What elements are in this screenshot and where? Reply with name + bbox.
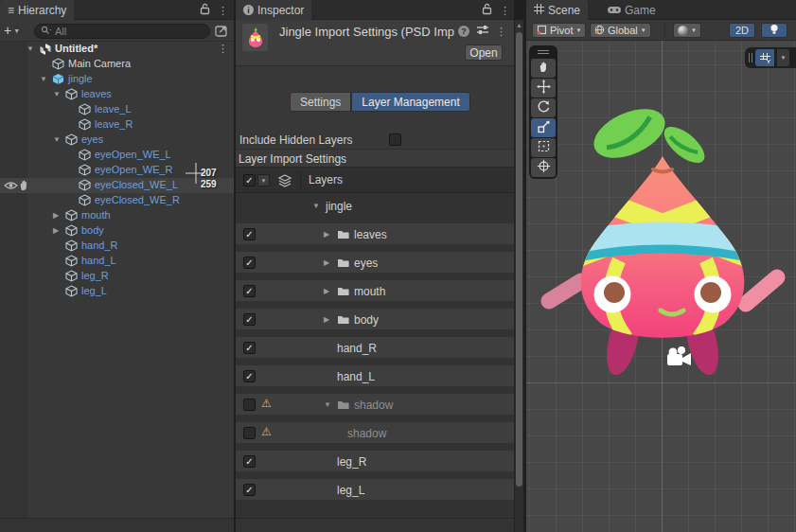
importer-mode-tabs: Settings Layer Management bbox=[290, 92, 470, 112]
hierarchy-row[interactable]: leg_R bbox=[0, 269, 234, 284]
foldout-arrow[interactable]: ▼ bbox=[53, 90, 61, 98]
tab-layer-management[interactable]: Layer Management bbox=[351, 92, 469, 112]
all-layers-checkbox[interactable]: ✓ bbox=[243, 174, 256, 186]
layer-row[interactable]: ✓▶body bbox=[236, 307, 514, 335]
layer-checkbox[interactable] bbox=[243, 399, 256, 411]
layer-row[interactable]: ⚠▼shadow bbox=[236, 392, 514, 420]
global-dropdown[interactable]: Global ▼ bbox=[590, 23, 651, 38]
layer-row[interactable]: ✓hand_R bbox=[236, 335, 514, 364]
layer-checkbox[interactable]: ✓ bbox=[243, 455, 256, 468]
scene-picking-icon[interactable] bbox=[214, 24, 230, 39]
open-button[interactable]: Open bbox=[465, 44, 503, 61]
layer-row[interactable]: ✓leg_L bbox=[236, 477, 514, 505]
pivot-dropdown[interactable]: Pivot ▼ bbox=[532, 23, 586, 38]
header-kebab-icon[interactable]: ⋮ bbox=[496, 25, 506, 38]
inspector-scrollbar[interactable]: ▲ bbox=[514, 20, 523, 532]
hierarchy-row[interactable]: leg_L bbox=[0, 284, 234, 299]
foldout-arrow[interactable]: ▼ bbox=[40, 75, 47, 83]
layer-checkbox[interactable]: ✓ bbox=[243, 313, 256, 326]
tab-settings[interactable]: Settings bbox=[290, 92, 351, 112]
layer-row[interactable]: ✓▶mouth bbox=[236, 278, 514, 307]
cube-icon bbox=[65, 239, 78, 255]
hierarchy-row[interactable]: eyeClosed_WE_L bbox=[0, 178, 234, 193]
layer-checkbox[interactable]: ✓ bbox=[243, 484, 256, 496]
hierarchy-row[interactable]: ▶body bbox=[0, 223, 234, 239]
grid-snap-button[interactable] bbox=[755, 49, 774, 66]
grid-snap-overlay: ▼ bbox=[745, 47, 796, 68]
layer-row[interactable]: ✓leg_R bbox=[236, 449, 514, 477]
layer-checkbox[interactable] bbox=[243, 427, 256, 439]
foldout-arrow[interactable]: ▶ bbox=[53, 211, 59, 220]
layer-checkbox[interactable]: ✓ bbox=[243, 370, 256, 382]
presets-icon[interactable] bbox=[477, 25, 488, 38]
layer-checkbox[interactable]: ✓ bbox=[243, 228, 256, 240]
hierarchy-row[interactable]: ▼leaves bbox=[0, 87, 234, 102]
hierarchy-row[interactable]: hand_L bbox=[0, 254, 234, 269]
camera-gizmo[interactable] bbox=[667, 346, 691, 365]
hierarchy-row[interactable]: ▼jingle bbox=[0, 72, 234, 87]
cube-icon bbox=[52, 58, 64, 73]
scroll-up-arrow[interactable]: ▲ bbox=[516, 22, 522, 28]
layer-checkbox[interactable]: ✓ bbox=[243, 285, 256, 297]
layer-row[interactable]: ▼jingle bbox=[236, 193, 514, 222]
layer-checkbox[interactable]: ✓ bbox=[243, 257, 256, 269]
layer-row[interactable]: ✓▶leaves bbox=[236, 222, 514, 250]
layer-row[interactable]: ✓▶eyes bbox=[236, 250, 514, 278]
draw-mode-dropdown[interactable]: ▼ bbox=[673, 23, 701, 38]
foldout-arrow[interactable]: ▶ bbox=[324, 258, 329, 267]
tab-game[interactable]: Game bbox=[600, 0, 663, 20]
foldout-arrow[interactable]: ▼ bbox=[324, 400, 331, 409]
hierarchy-row[interactable]: ▼Untitled*⋮ bbox=[0, 42, 234, 57]
hierarchy-tree: ▼Untitled*⋮Main Camera▼jingle▼leavesleav… bbox=[0, 42, 234, 299]
cube-icon bbox=[79, 164, 91, 179]
hierarchy-row[interactable]: eyeOpen_WE_L bbox=[0, 148, 234, 163]
hierarchy-row[interactable]: hand_R bbox=[0, 239, 234, 254]
foldout-arrow[interactable]: ▼ bbox=[27, 44, 34, 53]
prefab-icon bbox=[52, 73, 64, 88]
foldout-arrow[interactable]: ▼ bbox=[312, 202, 320, 210]
layer-checkbox[interactable]: ✓ bbox=[243, 342, 256, 354]
2d-label: 2D bbox=[735, 25, 749, 36]
foldout-arrow[interactable]: ▶ bbox=[53, 226, 59, 235]
hierarchy-kebab-icon[interactable]: ⋮ bbox=[218, 4, 228, 17]
hierarchy-search-input[interactable]: All bbox=[34, 24, 210, 39]
tab-scene[interactable]: Scene bbox=[526, 0, 588, 20]
hierarchy-row[interactable]: eyeClosed_WE_R bbox=[0, 193, 234, 208]
foldout-arrow[interactable]: ▼ bbox=[53, 135, 61, 144]
scrollbar-thumb[interactable] bbox=[516, 32, 522, 487]
row-kebab-icon[interactable]: ⋮ bbox=[218, 43, 228, 55]
tab-inspector[interactable]: i Inspector bbox=[236, 0, 311, 20]
overlay-grip[interactable] bbox=[749, 53, 752, 62]
foldout-arrow[interactable]: ▶ bbox=[324, 287, 329, 295]
lighting-toggle-button[interactable] bbox=[761, 23, 787, 38]
hierarchy-row[interactable]: eyeOpen_WE_R bbox=[0, 163, 234, 178]
hierarchy-row[interactable]: leave_L bbox=[0, 102, 234, 117]
view-tool-button[interactable] bbox=[531, 59, 556, 78]
chevron-down-icon[interactable]: ▼ bbox=[777, 49, 789, 66]
hierarchy-row[interactable]: leave_R bbox=[0, 117, 234, 133]
tab-hierarchy[interactable]: ≡ Hierarchy bbox=[0, 0, 74, 20]
lock-icon[interactable] bbox=[200, 3, 210, 18]
hierarchy-row[interactable]: Main Camera bbox=[0, 57, 234, 72]
help-icon[interactable]: ? bbox=[458, 26, 469, 37]
2d-mode-button[interactable]: 2D bbox=[729, 23, 755, 38]
import-settings-title: Jingle Import Settings (PSD Imp bbox=[279, 25, 465, 39]
hierarchy-row[interactable]: ▼eyes bbox=[0, 133, 234, 148]
eye-visibility-icon[interactable] bbox=[4, 180, 18, 193]
chevron-down-icon[interactable]: ▼ bbox=[257, 174, 270, 186]
layer-row[interactable]: ⚠shadow bbox=[236, 420, 514, 449]
shaded-sphere-icon bbox=[678, 26, 688, 36]
add-gameobject-button[interactable]: +▼ bbox=[4, 23, 28, 38]
jingle-sprite[interactable] bbox=[540, 80, 786, 383]
foldout-arrow[interactable]: ▶ bbox=[324, 230, 329, 239]
lock-icon[interactable] bbox=[482, 3, 492, 18]
include-hidden-layers-checkbox[interactable] bbox=[389, 133, 401, 146]
overlay-handle[interactable] bbox=[531, 45, 556, 58]
layer-label: leg_L bbox=[337, 484, 364, 497]
foldout-arrow[interactable]: ▶ bbox=[324, 315, 329, 324]
inspector-kebab-icon[interactable]: ⋮ bbox=[500, 4, 510, 17]
layer-row[interactable]: ✓hand_L bbox=[236, 364, 514, 392]
hierarchy-row[interactable]: ▶mouth bbox=[0, 208, 234, 223]
layer-label: hand_R bbox=[337, 342, 377, 355]
pick-hand-icon[interactable] bbox=[18, 179, 29, 194]
